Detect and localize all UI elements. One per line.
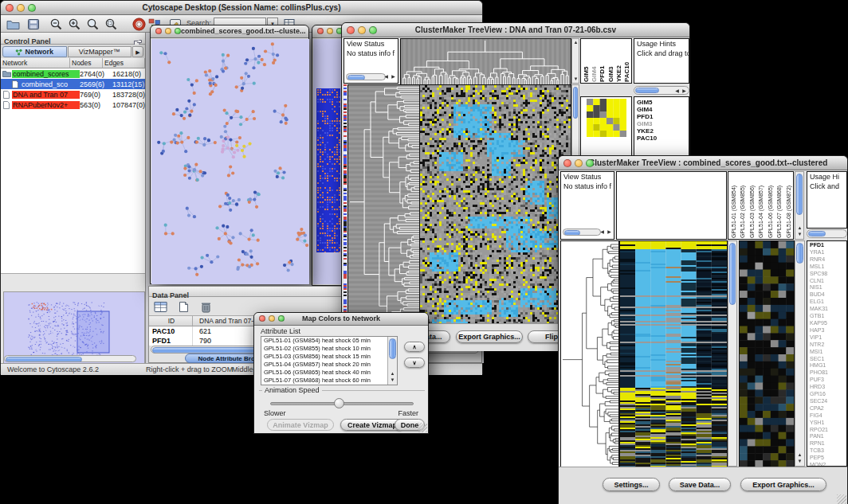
network-row[interactable]: DNA and Tran 07769(0)183728(0) — [1, 89, 145, 100]
gene-label[interactable]: GIM5 — [634, 99, 689, 106]
heatmap-canvas[interactable] — [419, 84, 571, 325]
scroll-left-arrow[interactable]: ◀ — [383, 74, 390, 80]
zoom-out-icon[interactable] — [47, 17, 65, 31]
row-dendrogram-canvas[interactable] — [560, 240, 619, 468]
attribute-item[interactable]: GPL51-07 (GSM868) heat shock 60 min — [261, 377, 387, 385]
column-dendrogram-canvas[interactable] — [400, 38, 571, 85]
gene-label[interactable]: RPN1 — [807, 440, 846, 447]
resize-grip[interactable] — [837, 494, 846, 504]
gene-label[interactable]: GPI16 — [807, 391, 846, 398]
zoom-button[interactable] — [278, 315, 285, 322]
minimize-button[interactable] — [17, 4, 25, 12]
attribute-item[interactable]: GPL51-04 (GSM857) heat shock 20 min — [261, 361, 387, 369]
gene-label[interactable]: KAP95 — [807, 320, 846, 327]
gene-label[interactable]: RPO21 — [807, 427, 846, 434]
network-window-title-bar[interactable]: combined_scores_good.txt--cluste... — [151, 25, 308, 38]
column-label[interactable]: GIM3 — [607, 40, 615, 82]
settings-button[interactable]: Settings... — [603, 478, 660, 491]
zoom-button[interactable] — [28, 4, 36, 12]
open-file-icon[interactable] — [4, 17, 22, 31]
gene-label[interactable]: HMG1 — [807, 362, 846, 369]
gene-label[interactable]: PAC10 — [634, 135, 689, 142]
scroll-right-arrow[interactable]: ▶ — [606, 229, 613, 235]
gene-label[interactable]: YSH1 — [807, 420, 846, 427]
column-label[interactable]: GPL51-04 (GSM857) — [756, 173, 765, 238]
gene-label[interactable]: ELG1 — [807, 299, 846, 306]
attribute-item[interactable]: GPL51-01 (GSM854) heat shock 05 min — [261, 337, 387, 345]
gene-label[interactable]: TCB3 — [807, 447, 846, 455]
new-attribute-icon[interactable] — [175, 299, 192, 314]
delete-attribute-icon[interactable] — [197, 299, 214, 314]
gene-label[interactable]: SEC24 — [807, 398, 846, 405]
zoom-heatmap-canvas[interactable] — [739, 240, 795, 468]
expression-heatmap-canvas[interactable] — [619, 240, 728, 468]
save-icon[interactable] — [25, 17, 42, 31]
attribute-item[interactable]: GPL51-06 (GSM865) heat shock 40 min — [261, 369, 387, 377]
column-label[interactable]: GPL51-02 (GSM855) — [738, 173, 747, 238]
minimize-button[interactable] — [575, 159, 583, 167]
correlation-heatmap-canvas[interactable] — [587, 99, 626, 137]
scroll-thumb[interactable] — [6, 357, 82, 362]
minimize-button[interactable] — [358, 26, 366, 34]
tab-vizmapper[interactable]: VizMapper™ — [68, 46, 132, 57]
col-edges[interactable]: Edges — [103, 58, 145, 68]
tab-overflow-button[interactable]: ▶ — [132, 46, 143, 57]
gene-label[interactable]: PFD1 — [634, 113, 689, 120]
usage-hints-hscrollbar[interactable]: ◀▶ — [634, 86, 689, 95]
network-graph-canvas[interactable] — [151, 39, 309, 284]
main-title-bar[interactable]: Cytoscape Desktop (Session Name: collins… — [1, 1, 482, 15]
gene-label[interactable]: PFD1 — [807, 242, 846, 249]
treeview1-title-bar[interactable]: ClusterMaker TreeView : DNA and Tran 07-… — [342, 23, 689, 37]
gene-label[interactable]: HAP3 — [807, 327, 846, 334]
column-label[interactable]: GIM5 — [583, 40, 591, 82]
gene-label[interactable]: MSI1 — [807, 349, 846, 356]
zoom-button[interactable] — [586, 159, 594, 167]
col-network[interactable]: Network — [1, 58, 70, 68]
overview-hscrollbar[interactable] — [4, 355, 136, 362]
gene-label[interactable]: PUF3 — [807, 377, 846, 384]
close-button[interactable] — [259, 315, 265, 322]
gene-label[interactable]: GIM3 — [634, 120, 689, 127]
close-button[interactable] — [317, 28, 324, 34]
treeview2-title-bar[interactable]: ClusterMaker TreeView : combined_scores_… — [559, 156, 847, 170]
gene-label[interactable]: NTR2 — [807, 342, 846, 349]
close-button[interactable] — [155, 28, 162, 34]
gene-label[interactable]: MAK31 — [807, 306, 846, 313]
gene-label[interactable]: GIM4 — [634, 106, 689, 113]
column-label[interactable]: PFD1 — [599, 40, 607, 82]
network-row[interactable]: RNAPuberNov2+563(0)107847(0) — [1, 100, 145, 110]
attribute-item[interactable]: GPL51-02 (GSM855) heat shock 10 min — [261, 345, 387, 353]
gene-label[interactable]: MSL1 — [807, 264, 846, 271]
close-button[interactable] — [347, 26, 355, 34]
gene-label[interactable]: SPC98 — [807, 271, 846, 278]
gene-label[interactable]: HRD3 — [807, 384, 846, 391]
gene-label[interactable]: FIG4 — [807, 412, 846, 420]
column-label[interactable]: GIM4 — [591, 40, 599, 82]
labels-vscrollbar[interactable]: ▲▼ — [795, 171, 804, 240]
network-row[interactable]: combined_sco2569(6)13112(15) — [1, 79, 145, 89]
minimize-button[interactable] — [327, 28, 333, 34]
gene-label[interactable]: BUD4 — [807, 291, 846, 299]
gene-label[interactable]: PEP5 — [807, 455, 846, 462]
column-label[interactable]: GPL51-07 (GSM868) — [775, 173, 783, 238]
resize-grip[interactable] — [418, 423, 427, 432]
row-dendrogram-canvas[interactable] — [347, 84, 420, 325]
col-nodes[interactable]: Nodes — [70, 58, 103, 68]
speed-slider-thumb[interactable] — [334, 398, 344, 408]
gene-label[interactable]: YKE2 — [634, 127, 689, 135]
scroll-left-arrow[interactable]: ◀ — [599, 229, 606, 235]
zoom-selected-icon[interactable] — [102, 17, 120, 31]
gene-label[interactable]: RNR4 — [807, 256, 846, 264]
close-button[interactable] — [6, 4, 14, 12]
column-label[interactable]: GPL51-06 (GSM865) — [766, 173, 775, 238]
gene-list-vscrollbar[interactable]: ▲▼ — [795, 240, 805, 467]
tab-network[interactable]: Network — [2, 46, 67, 57]
gene-label[interactable]: VIP1 — [807, 334, 846, 342]
column-tree-vscrollbar[interactable]: ▲▼ — [571, 38, 579, 84]
attribute-table-icon[interactable] — [152, 299, 170, 314]
export-graphics-button[interactable]: Export Graphics... — [456, 330, 523, 343]
view-status-hscrollbar[interactable] — [563, 229, 601, 236]
animate-vizmap-button[interactable]: Animate Vizmap — [267, 419, 334, 431]
column-label[interactable]: GPL51-08 (GSM872) — [784, 173, 793, 238]
save-data-button[interactable]: Save Data... — [669, 478, 731, 491]
